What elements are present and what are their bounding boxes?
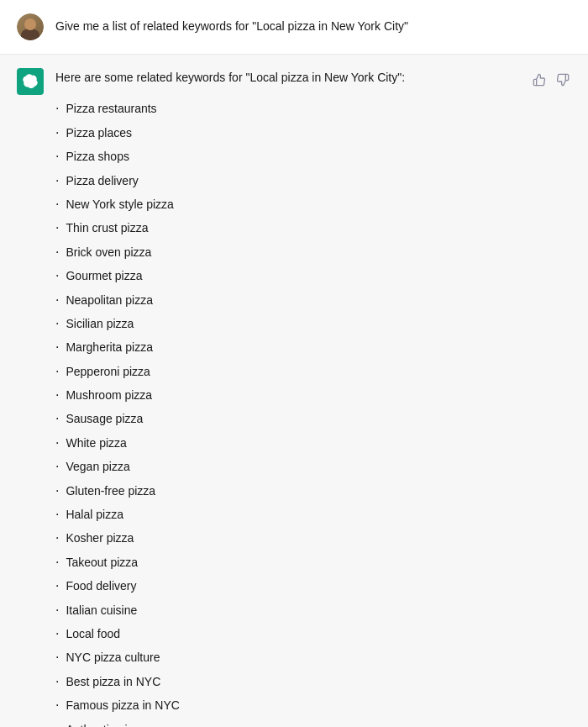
bullet-icon: ·	[55, 340, 59, 354]
bullet-icon: ·	[55, 723, 59, 727]
bullet-icon: ·	[55, 436, 59, 450]
keyword-item: ·Sicilian pizza	[55, 312, 519, 335]
keyword-text: Pizza places	[66, 124, 132, 142]
keyword-item: ·Local food	[55, 622, 519, 645]
bullet-icon: ·	[55, 365, 59, 378]
keyword-list: ·Pizza restaurants·Pizza places·Pizza sh…	[55, 97, 519, 727]
keyword-item: ·New York style pizza	[55, 192, 519, 216]
bullet-icon: ·	[55, 675, 59, 688]
keyword-text: Gourmet pizza	[66, 266, 142, 285]
bullet-icon: ·	[55, 508, 59, 521]
keyword-text: Neapolitan pizza	[66, 291, 153, 309]
keyword-item: ·Kosher pizza	[55, 526, 519, 550]
keyword-text: Italian cuisine	[66, 601, 137, 619]
bullet-icon: ·	[55, 698, 59, 712]
keyword-text: New York style pizza	[66, 195, 173, 213]
bullet-icon: ·	[55, 579, 59, 593]
keyword-text: Takeout pizza	[66, 553, 138, 572]
keyword-text: Local food	[66, 624, 120, 643]
bullet-icon: ·	[55, 269, 59, 282]
assistant-intro: Here are some related keywords for "Loca…	[55, 68, 519, 87]
keyword-item: ·Neapolitan pizza	[55, 288, 519, 312]
keyword-text: Vegan pizza	[66, 457, 129, 476]
assistant-body: Here are some related keywords for "Loca…	[55, 68, 519, 727]
keyword-item: ·Best pizza in NYC	[55, 670, 519, 693]
keyword-item: ·Thin crust pizza	[55, 216, 519, 240]
assistant-message-row: Here are some related keywords for "Loca…	[0, 55, 588, 727]
bullet-icon: ·	[55, 221, 59, 234]
bullet-icon: ·	[55, 460, 59, 473]
chat-container: Give me a list of related keywords for "…	[0, 0, 588, 727]
keyword-item: ·Brick oven pizza	[55, 240, 519, 264]
bullet-icon: ·	[55, 198, 59, 211]
keyword-text: Thin crust pizza	[66, 219, 148, 237]
bullet-icon: ·	[55, 651, 59, 664]
keyword-text: Halal pizza	[66, 505, 123, 524]
keyword-item: ·Italian cuisine	[55, 598, 519, 622]
keyword-item: ·Vegan pizza	[55, 455, 519, 478]
keyword-text: Pizza restaurants	[66, 99, 156, 118]
user-message-row: Give me a list of related keywords for "…	[0, 0, 588, 55]
bullet-icon: ·	[55, 556, 59, 569]
keyword-item: ·Famous pizza in NYC	[55, 693, 519, 717]
keyword-text: Brick oven pizza	[66, 243, 151, 261]
keyword-item: ·Food delivery	[55, 574, 519, 598]
keyword-text: NYC pizza culture	[66, 648, 160, 666]
bullet-icon: ·	[55, 388, 59, 402]
keyword-item: ·Pepperoni pizza	[55, 360, 519, 383]
keyword-item: ·Margherita pizza	[55, 335, 519, 359]
user-message-content: Give me a list of related keywords for "…	[55, 13, 571, 35]
feedback-buttons	[531, 68, 571, 88]
keyword-item: ·Sausage pizza	[55, 407, 519, 430]
keyword-item: ·Mushroom pizza	[55, 383, 519, 407]
keyword-text: Famous pizza in NYC	[66, 696, 179, 714]
bullet-icon: ·	[55, 245, 59, 259]
bullet-icon: ·	[55, 150, 59, 163]
keyword-item: ·Halal pizza	[55, 503, 519, 526]
assistant-avatar	[17, 68, 44, 95]
keyword-item: ·Takeout pizza	[55, 551, 519, 574]
bullet-icon: ·	[55, 102, 59, 115]
keyword-text: Sausage pizza	[66, 409, 143, 428]
keyword-text: Best pizza in NYC	[66, 672, 160, 691]
keyword-item: ·Pizza shops	[55, 145, 519, 168]
user-avatar	[17, 13, 44, 40]
bullet-icon: ·	[55, 293, 59, 307]
keyword-text: Mushroom pizza	[66, 386, 152, 404]
keyword-text: Authentic pizza	[66, 720, 145, 727]
keyword-text: White pizza	[66, 434, 126, 452]
keyword-text: Gluten-free pizza	[66, 482, 155, 500]
keyword-text: Food delivery	[66, 577, 136, 595]
keyword-item: ·Gourmet pizza	[55, 264, 519, 287]
bullet-icon: ·	[55, 627, 59, 640]
bullet-icon: ·	[55, 531, 59, 545]
bullet-icon: ·	[55, 603, 59, 617]
keyword-item: ·Pizza places	[55, 121, 519, 145]
keyword-text: Kosher pizza	[66, 529, 134, 547]
keyword-item: ·Pizza delivery	[55, 169, 519, 192]
keyword-text: Pepperoni pizza	[66, 362, 150, 381]
keyword-text: Pizza delivery	[66, 171, 138, 190]
bullet-icon: ·	[55, 317, 59, 330]
keyword-item: ·Authentic pizza	[55, 718, 519, 727]
bullet-icon: ·	[55, 126, 59, 140]
keyword-text: Pizza shops	[66, 147, 129, 166]
keyword-text: Sicilian pizza	[66, 314, 134, 333]
user-message-text: Give me a list of related keywords for "…	[55, 19, 408, 33]
thumbs-up-button[interactable]	[531, 71, 548, 88]
bullet-icon: ·	[55, 412, 59, 425]
keyword-item: ·Gluten-free pizza	[55, 479, 519, 503]
keyword-item: ·White pizza	[55, 431, 519, 455]
keyword-item: ·Pizza restaurants	[55, 97, 519, 120]
bullet-icon: ·	[55, 174, 59, 187]
keyword-item: ·NYC pizza culture	[55, 645, 519, 669]
thumbs-down-button[interactable]	[554, 71, 571, 88]
bullet-icon: ·	[55, 484, 59, 498]
keyword-text: Margherita pizza	[66, 338, 153, 356]
assistant-inner: Here are some related keywords for "Loca…	[17, 68, 571, 727]
